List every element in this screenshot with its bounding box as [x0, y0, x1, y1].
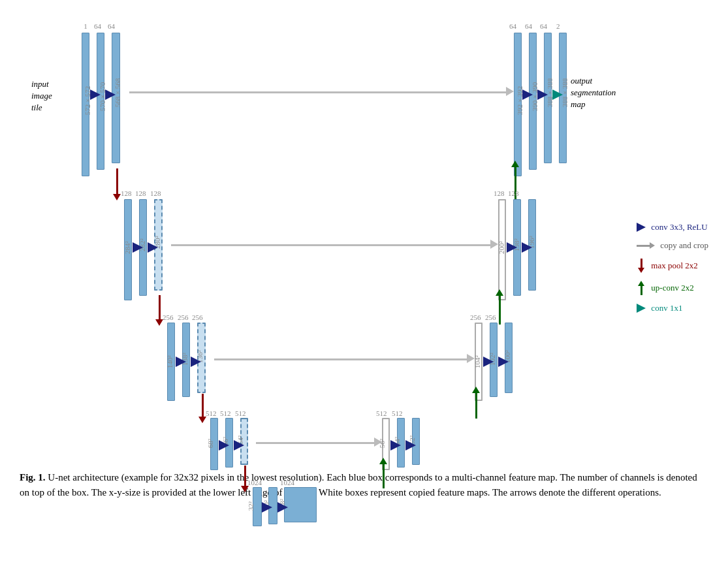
enc-l3-ch2: 256	[178, 313, 189, 321]
conv-arrow-l5b	[277, 502, 288, 513]
conv-arrow-d1a	[522, 89, 533, 100]
copy-crop-arrow-l2	[171, 244, 492, 246]
enc-l1-size1: 572 × 572	[84, 74, 91, 127]
enc-l2-size1: 284²	[123, 225, 131, 270]
legend-red-line	[641, 259, 642, 268]
legend-conv-relu-text: conv 3x3, ReLU	[651, 222, 707, 232]
legend-green-arrow-icon	[637, 281, 646, 295]
copy-crop-arrowhead-l1	[506, 87, 514, 96]
conv-arrow-l5a	[262, 502, 272, 513]
dec-l1-ch2: 2	[556, 22, 560, 30]
legend: conv 3x3, ReLU copy and crop max pool 2x…	[637, 222, 708, 313]
enc-l5-size1: 32²	[247, 490, 255, 522]
input-label: input image tile	[31, 78, 52, 114]
legend-gray-line	[637, 245, 650, 247]
enc-l5-ch3: 1024	[280, 479, 294, 486]
dec-l4-size1024: 56²	[378, 426, 386, 462]
conv-arrow-d2a	[507, 242, 517, 253]
output-label: output segmentation map	[571, 75, 616, 111]
down-arrow-l4-l5	[244, 466, 246, 486]
up-arrow-to-l4	[383, 464, 385, 488]
enc-l5-ch1: 1024	[247, 479, 262, 486]
down-arrow-l2-l3	[159, 295, 161, 320]
legend-max-pool: max pool 2x2	[637, 259, 708, 273]
caption-text: U-net architecture (example for 32x32 pi…	[20, 472, 697, 498]
dec-l3-ch256a: 256	[485, 313, 496, 321]
up-arrow-to-l3	[475, 392, 477, 419]
conv-arrow-d4a	[390, 440, 401, 451]
conv-arrow-d1b	[537, 89, 548, 100]
enc-l1-ch1: 1	[79, 22, 92, 30]
legend-gray-head	[650, 242, 655, 249]
up-arrow-to-l2	[499, 295, 501, 325]
teal-arrow-conv1x1	[552, 89, 563, 100]
enc-l2-ch1: 128	[121, 189, 132, 197]
legend-conv1x1-text: conv 1x1	[651, 303, 682, 313]
copy-crop-arrow-l3	[214, 358, 469, 360]
legend-max-pool-text: max pool 2x2	[651, 261, 698, 271]
enc-l3-size1: 140²	[166, 341, 174, 383]
conv-arrow-l3b	[191, 357, 201, 367]
dec-l2-ch128a: 128	[508, 189, 519, 197]
legend-conv-relu: conv 3x3, ReLU	[637, 222, 708, 232]
enc-l2-ch2: 128	[135, 189, 146, 197]
conv-arrow-l4a	[219, 440, 229, 451]
caption-fig-label: Fig. 1.	[20, 472, 46, 483]
dec-l1-ch64a: 64	[525, 22, 532, 30]
copy-crop-arrow-l1	[129, 91, 508, 93]
conv-arrow-d3b	[498, 357, 509, 367]
conv-arrow-l1a	[90, 89, 101, 100]
legend-blue-arrow-icon	[637, 223, 646, 232]
enc-l4-size1: 68²	[206, 426, 214, 462]
dec-l2-size256: 200²	[498, 225, 505, 270]
conv-arrow-d2b	[522, 242, 532, 253]
conv-arrow-l2a	[133, 242, 143, 253]
dec-l1-ch128: 64	[509, 22, 516, 30]
enc-l3-ch1: 256	[163, 313, 174, 321]
conv-arrow-d3a	[483, 357, 494, 367]
enc-l1-ch2: 64	[94, 22, 101, 30]
dec-l3-ch512: 256	[470, 313, 481, 321]
enc-l3-ch3: 256	[192, 313, 203, 321]
enc-l4-ch2: 512	[220, 409, 231, 417]
enc-l5-box3	[284, 487, 317, 522]
enc-l1-ch3: 64	[108, 22, 115, 30]
conv-arrow-l3a	[176, 357, 186, 367]
legend-green-line	[641, 286, 642, 295]
legend-up-conv-text: up-conv 2x2	[651, 283, 693, 293]
enc-l4-ch1: 512	[206, 409, 217, 417]
legend-teal-arrow-icon	[637, 304, 646, 313]
conv-arrow-d4b	[405, 440, 416, 451]
down-arrow-l1-l2	[116, 168, 118, 195]
copy-crop-arrow-l4	[256, 442, 376, 444]
legend-up-conv: up-conv 2x2	[637, 281, 708, 295]
conv-arrow-l1b	[105, 89, 116, 100]
legend-copy-crop: copy and crop	[637, 240, 708, 251]
legend-conv1x1: conv 1x1	[637, 303, 708, 313]
legend-copy-crop-text: copy and crop	[660, 240, 708, 251]
dec-l1-size128: 392 × 392	[516, 74, 524, 127]
dec-l3-size512: 104²	[473, 341, 481, 383]
dec-l2-ch256: 128	[494, 189, 505, 197]
dec-l4-ch512a: 512	[392, 409, 403, 417]
enc-l2-ch3: 128	[150, 189, 161, 197]
conv-arrow-l2b	[148, 242, 158, 253]
dec-l1-ch64b: 64	[540, 22, 547, 30]
enc-l4-ch3: 512	[235, 409, 246, 417]
conv-arrow-l4b	[234, 440, 244, 451]
dec-l4-ch1024: 512	[376, 409, 387, 417]
figure-caption: Fig. 1. U-net architecture (example for …	[20, 470, 708, 500]
legend-red-head	[638, 268, 644, 273]
unet-diagram: 1 572 × 572 64 570 × 570 64 568 × 568 in…	[20, 13, 708, 457]
down-arrow-l3-l4	[202, 394, 204, 417]
legend-green-headup	[638, 281, 644, 286]
legend-red-arrow-icon	[637, 259, 646, 273]
legend-gray-arrow-icon	[637, 242, 655, 249]
